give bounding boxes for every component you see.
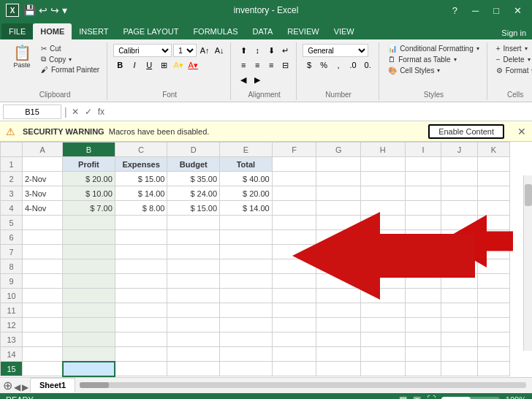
cell-G5[interactable]	[316, 216, 361, 230]
cell-G15[interactable]	[316, 362, 361, 376]
row-header-2[interactable]: 2	[1, 172, 23, 186]
cell-J15[interactable]	[441, 362, 478, 376]
tab-view[interactable]: VIEW	[327, 23, 362, 39]
cell-I3[interactable]	[405, 186, 441, 201]
cell-B13[interactable]	[63, 332, 115, 347]
cell-F8[interactable]	[272, 259, 316, 274]
cell-K12[interactable]	[477, 318, 509, 332]
tab-file[interactable]: FILE	[1, 23, 33, 39]
cell-K13[interactable]	[477, 332, 509, 347]
row-header-9[interactable]: 9	[1, 274, 23, 289]
cell-H5[interactable]	[360, 216, 405, 230]
cell-D5[interactable]	[167, 216, 220, 230]
confirm-formula-icon[interactable]: ✓	[83, 105, 94, 118]
cell-D6[interactable]	[167, 230, 220, 245]
cell-H14[interactable]	[360, 347, 405, 362]
cell-B2[interactable]: $ 20.00	[63, 172, 115, 186]
cell-J5[interactable]	[441, 216, 478, 230]
cell-K15[interactable]	[477, 362, 509, 376]
cell-D4[interactable]: $ 15.00	[167, 201, 220, 216]
cell-G12[interactable]	[316, 318, 361, 332]
cell-C15[interactable]	[115, 362, 167, 376]
cell-B6[interactable]	[63, 230, 115, 245]
vertical-scrollbar[interactable]	[523, 175, 532, 351]
cell-K11[interactable]	[477, 303, 509, 318]
cell-F6[interactable]	[272, 230, 316, 245]
comma-btn[interactable]: ,	[332, 58, 345, 72]
col-header-K[interactable]: K	[477, 142, 509, 157]
cell-D9[interactable]	[167, 274, 220, 289]
insert-btn[interactable]: + Insert ▾	[493, 44, 531, 53]
tab-page-layout[interactable]: PAGE LAYOUT	[115, 23, 186, 39]
indent-inc-btn[interactable]: ▶	[251, 73, 264, 86]
cell-B12[interactable]	[63, 318, 115, 332]
row-header-10[interactable]: 10	[1, 289, 23, 303]
cell-K9[interactable]	[477, 274, 509, 289]
cell-F7[interactable]	[272, 245, 316, 259]
cell-J3[interactable]	[441, 186, 478, 201]
cell-E1[interactable]: Total	[220, 157, 273, 172]
add-sheet-btn[interactable]: ⊕	[3, 379, 12, 392]
italic-btn[interactable]: I	[128, 58, 141, 72]
cell-A1[interactable]	[23, 157, 63, 172]
formula-input[interactable]	[109, 104, 529, 119]
cell-G13[interactable]	[316, 332, 361, 347]
cell-H11[interactable]	[360, 303, 405, 318]
increase-font-btn[interactable]: A↑	[198, 44, 211, 57]
cell-I13[interactable]	[405, 332, 441, 347]
cell-F11[interactable]	[272, 303, 316, 318]
cell-A8[interactable]	[23, 259, 63, 274]
row-header-1[interactable]: 1	[1, 157, 23, 172]
page-layout-view-btn[interactable]: ▣	[413, 395, 421, 400]
undo-quick-btn[interactable]: ↩	[39, 4, 48, 16]
cell-B5[interactable]	[63, 216, 115, 230]
cell-J12[interactable]	[441, 318, 478, 332]
cell-I15[interactable]	[405, 362, 441, 376]
sheet-tab-sheet1[interactable]: Sheet1	[30, 378, 75, 392]
cell-C12[interactable]	[115, 318, 167, 332]
cell-E10[interactable]	[220, 289, 273, 303]
cell-C5[interactable]	[115, 216, 167, 230]
cell-D2[interactable]: $ 35.00	[167, 172, 220, 186]
font-size-select[interactable]: 11	[173, 44, 197, 57]
cell-K4[interactable]	[477, 201, 509, 216]
row-header-4[interactable]: 4	[1, 201, 23, 216]
cell-J2[interactable]	[441, 172, 478, 186]
cell-G4[interactable]	[316, 201, 361, 216]
cell-C2[interactable]: $ 15.00	[115, 172, 167, 186]
cell-I12[interactable]	[405, 318, 441, 332]
cell-F12[interactable]	[272, 318, 316, 332]
font-color-btn[interactable]: A▾	[186, 58, 200, 72]
cell-E15[interactable]	[220, 362, 273, 376]
cell-K8[interactable]	[477, 259, 509, 274]
row-header-15[interactable]: 15	[1, 362, 23, 376]
cell-B10[interactable]	[63, 289, 115, 303]
cell-A14[interactable]	[23, 347, 63, 362]
cell-J10[interactable]	[441, 289, 478, 303]
cell-I8[interactable]	[405, 259, 441, 274]
row-header-3[interactable]: 3	[1, 186, 23, 201]
row-header-12[interactable]: 12	[1, 318, 23, 332]
cell-F1[interactable]	[272, 157, 316, 172]
cell-E3[interactable]: $ 20.00	[220, 186, 273, 201]
cell-A2[interactable]: 2-Nov	[23, 172, 63, 186]
cell-C8[interactable]	[115, 259, 167, 274]
cell-C1[interactable]: Expenses	[115, 157, 167, 172]
cell-J14[interactable]	[441, 347, 478, 362]
cell-G9[interactable]	[316, 274, 361, 289]
tab-data[interactable]: DATA	[246, 23, 281, 39]
cell-styles-btn[interactable]: 🎨 Cell Styles ▾	[385, 66, 443, 75]
tab-formulas[interactable]: FORMULAS	[186, 23, 245, 39]
dec-dec-btn[interactable]: 0.	[361, 58, 374, 72]
cell-A6[interactable]	[23, 230, 63, 245]
row-header-13[interactable]: 13	[1, 332, 23, 347]
font-name-select[interactable]: Calibri	[113, 44, 172, 57]
help-btn[interactable]: ?	[448, 4, 462, 18]
cell-G10[interactable]	[316, 289, 361, 303]
cell-F3[interactable]	[272, 186, 316, 201]
cell-A15[interactable]	[23, 362, 63, 376]
row-header-14[interactable]: 14	[1, 347, 23, 362]
row-header-7[interactable]: 7	[1, 245, 23, 259]
col-header-E[interactable]: E	[220, 142, 273, 157]
cell-H1[interactable]	[360, 157, 405, 172]
